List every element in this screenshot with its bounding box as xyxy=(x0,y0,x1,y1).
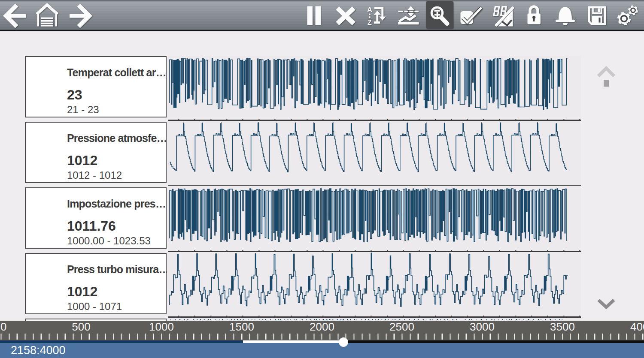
svg-text:Z: Z xyxy=(368,19,372,26)
svg-text:A: A xyxy=(367,6,372,13)
